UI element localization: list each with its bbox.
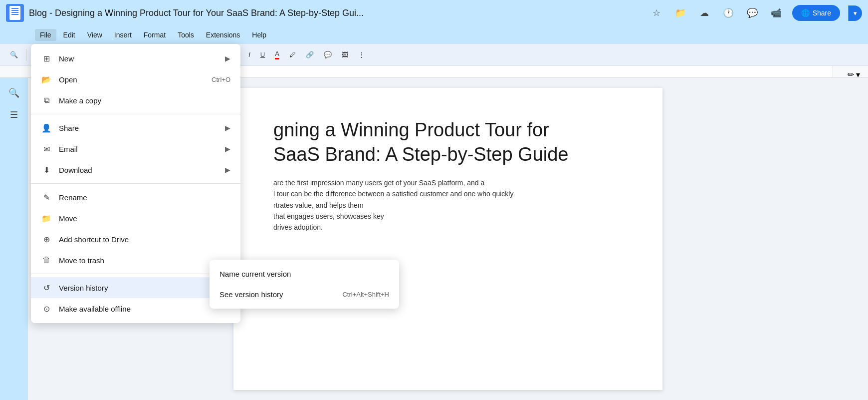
- menu-item-open[interactable]: 📂 Open Ctrl+O: [31, 69, 240, 90]
- download-icon: ⬇: [41, 164, 52, 175]
- see-history-shortcut: Ctrl+Alt+Shift+H: [342, 291, 389, 298]
- menu-item-email[interactable]: ✉ Email ▶: [31, 138, 240, 159]
- menu-item-share[interactable]: 👤 Share ▶: [31, 117, 240, 138]
- image-btn[interactable]: 🖼: [338, 49, 352, 60]
- menu-format[interactable]: Format: [139, 29, 171, 41]
- menu-item-offline[interactable]: ⊙ Make available offline: [31, 298, 240, 319]
- divider-2: [31, 183, 240, 184]
- version-history-submenu: Name current version See version history…: [210, 260, 399, 309]
- menu-item-move[interactable]: 📁 Move: [31, 208, 240, 229]
- open-icon: 📂: [41, 74, 52, 85]
- doc-para-3: rtrates value, and helps them: [273, 200, 623, 211]
- title-bar: Blog - Designing a Winning Product Tour …: [0, 0, 868, 26]
- download-label: Download: [59, 166, 92, 174]
- share-dropdown-arrow[interactable]: ▾: [848, 5, 862, 21]
- move-label: Move: [59, 214, 77, 223]
- folder-icon[interactable]: 📁: [672, 5, 688, 21]
- highlight-btn[interactable]: 🖊: [285, 49, 300, 60]
- menu-item-version-history[interactable]: ↺ Version history ▶: [31, 277, 240, 298]
- doc-body: are the first impression many users get …: [273, 177, 623, 233]
- doc-title: gning a Winning Product Tour for SaaS Br…: [273, 118, 623, 167]
- menu-bar: File Edit View Insert Format Tools Exten…: [0, 26, 868, 44]
- move-icon: 📁: [41, 213, 52, 224]
- rename-label: Rename: [59, 193, 87, 202]
- divider-1: [31, 114, 240, 114]
- submenu-item-see-history[interactable]: See version history Ctrl+Alt+Shift+H: [210, 284, 399, 305]
- rename-icon: ✎: [41, 192, 52, 203]
- offline-label: Make available offline: [59, 305, 131, 313]
- history-icon[interactable]: 🕐: [720, 5, 736, 21]
- comment-icon[interactable]: 💬: [744, 5, 760, 21]
- doc-title-line2: SaaS Brand: A Step-by-Step Guide: [273, 144, 569, 165]
- new-label: New: [59, 54, 74, 63]
- new-icon: ⊞: [41, 53, 52, 64]
- menu-item-move-trash[interactable]: 🗑 Move to trash: [31, 250, 240, 271]
- share-button[interactable]: 🌐 Share: [792, 5, 840, 21]
- share-icon: 👤: [41, 122, 52, 133]
- share-menu-label: Share: [59, 124, 79, 132]
- open-label: Open: [59, 75, 77, 84]
- menu-insert[interactable]: Insert: [109, 29, 137, 41]
- comment-add-btn[interactable]: 💬: [320, 49, 336, 60]
- edit-mode-btn[interactable]: ✏ ▾: [848, 70, 860, 79]
- version-icon: ↺: [41, 282, 52, 293]
- menu-file[interactable]: File: [35, 29, 56, 41]
- meet-icon[interactable]: 📹: [768, 5, 784, 21]
- trash-icon: 🗑: [41, 255, 52, 266]
- shortcut-label: Add shortcut to Drive: [59, 235, 129, 244]
- docs-logo: [6, 4, 24, 22]
- open-shortcut: Ctrl+O: [212, 76, 230, 83]
- menu-item-add-shortcut[interactable]: ⊕ Add shortcut to Drive: [31, 229, 240, 250]
- menu-item-rename[interactable]: ✎ Rename: [31, 187, 240, 208]
- download-arrow: ▶: [225, 166, 230, 174]
- email-icon: ✉: [41, 143, 52, 154]
- menu-item-download[interactable]: ⬇ Download ▶: [31, 159, 240, 180]
- version-label: Version history: [59, 284, 108, 292]
- see-history-label: See version history: [219, 290, 283, 299]
- email-label: Email: [59, 145, 78, 153]
- italic-btn[interactable]: I: [244, 49, 254, 60]
- menu-tools[interactable]: Tools: [173, 29, 199, 41]
- pencil-icon: ✏: [848, 70, 854, 79]
- menu-view[interactable]: View: [82, 29, 107, 41]
- shortcut-icon: ⊕: [41, 234, 52, 245]
- menu-edit[interactable]: Edit: [58, 29, 80, 41]
- doc-para-4: that engages users, showcases key: [273, 211, 623, 222]
- underline-btn[interactable]: U: [256, 49, 269, 60]
- file-dropdown-menu: ⊞ New ▶ 📂 Open Ctrl+O ⧉ Make a copy 👤 Sh…: [31, 44, 240, 323]
- doc-para-1: are the first impression many users get …: [273, 177, 623, 188]
- sidebar-search-icon[interactable]: 🔍: [5, 84, 23, 102]
- new-arrow: ▶: [225, 54, 230, 62]
- doc-para-2: l tour can be the difference between a s…: [273, 188, 623, 199]
- doc-para-5: drives adoption.: [273, 222, 623, 233]
- doc-page: gning a Winning Product Tour for SaaS Br…: [233, 88, 662, 390]
- star-icon[interactable]: ☆: [649, 5, 664, 21]
- link-btn[interactable]: 🔗: [302, 49, 318, 60]
- share-arrow: ▶: [225, 124, 230, 132]
- divider-3: [31, 274, 240, 274]
- menu-item-new[interactable]: ⊞ New ▶: [31, 48, 240, 69]
- edit-dropdown-icon: ▾: [856, 70, 860, 79]
- menu-extensions[interactable]: Extensions: [201, 29, 245, 41]
- more-tools-btn[interactable]: ⋮: [354, 49, 369, 60]
- copy-label: Make a copy: [59, 96, 101, 105]
- share-label: Share: [813, 9, 831, 17]
- search-toolbar-btn[interactable]: 🔍: [6, 49, 22, 60]
- menu-item-make-copy[interactable]: ⧉ Make a copy: [31, 90, 240, 111]
- offline-icon: ⊙: [41, 303, 52, 314]
- email-arrow: ▶: [225, 145, 230, 153]
- cloud-icon[interactable]: ☁: [696, 5, 712, 21]
- menu-help[interactable]: Help: [247, 29, 271, 41]
- sidebar-outline-icon[interactable]: ☰: [5, 106, 23, 124]
- toolbar-sep-1: [26, 49, 26, 61]
- document-title: Blog - Designing a Winning Product Tour …: [29, 8, 644, 18]
- title-icons: ☆ 📁 ☁ 🕐 💬 📹 🌐 Share ▾: [649, 5, 862, 21]
- copy-icon: ⧉: [41, 95, 52, 106]
- left-sidebar: 🔍 ☰: [0, 78, 28, 400]
- trash-label: Move to trash: [59, 256, 104, 265]
- submenu-item-name-version[interactable]: Name current version: [210, 264, 399, 284]
- text-color-btn[interactable]: A: [271, 48, 283, 61]
- name-version-label: Name current version: [219, 270, 291, 278]
- doc-title-line1: gning a Winning Product Tour for: [273, 119, 549, 140]
